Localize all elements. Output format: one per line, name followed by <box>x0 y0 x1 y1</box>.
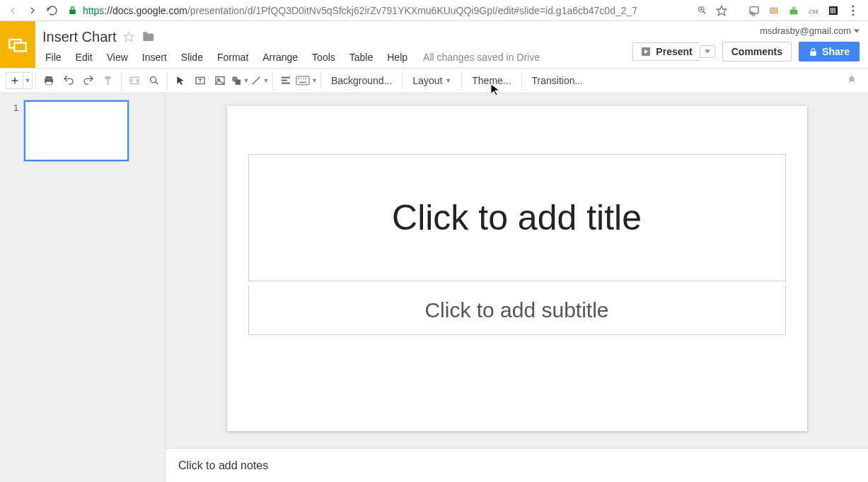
url-host: ://docs.google.com <box>104 5 187 16</box>
save-status: All changes saved in Drive <box>423 52 540 63</box>
account-email: msdrasby@gmail.com <box>760 25 851 36</box>
present-dropdown[interactable] <box>700 45 715 58</box>
extension-icon-1[interactable] <box>768 4 780 17</box>
browser-menu-icon[interactable] <box>847 4 860 17</box>
svg-marker-22 <box>705 50 710 54</box>
svg-marker-4 <box>717 6 726 15</box>
lock-icon <box>68 6 77 15</box>
zoom-button[interactable] <box>144 71 164 90</box>
svg-line-40 <box>252 77 260 85</box>
theme-button[interactable]: Theme... <box>465 71 518 90</box>
slide-subtitle-placeholder[interactable]: Click to add subtitle <box>248 286 786 335</box>
svg-rect-47 <box>303 78 304 80</box>
menu-table[interactable]: Table <box>342 49 380 66</box>
slides-logo[interactable] <box>0 21 35 68</box>
move-to-folder-icon[interactable] <box>141 30 154 43</box>
slide-canvas[interactable]: Click to add title Click to add subtitle <box>166 93 868 448</box>
background-button[interactable]: Background... <box>324 71 399 90</box>
menu-help[interactable]: Help <box>380 49 415 66</box>
browser-forward-button[interactable] <box>24 2 41 19</box>
slide-title-text: Click to add title <box>392 197 642 238</box>
menu-arrange[interactable]: Arrange <box>255 49 305 66</box>
undo-button[interactable] <box>59 71 79 90</box>
bookmark-star-icon[interactable] <box>715 4 728 17</box>
comments-button[interactable]: Comments <box>722 42 792 61</box>
redo-button[interactable] <box>79 71 98 90</box>
svg-line-1 <box>703 11 705 13</box>
slide-subtitle-text: Click to add subtitle <box>424 298 608 322</box>
zoom-icon[interactable] <box>695 4 708 17</box>
present-label: Present <box>656 46 692 57</box>
svg-point-31 <box>151 77 156 83</box>
browser-url[interactable]: https://docs.google.com/presentation/d/1… <box>83 5 693 16</box>
svg-rect-42 <box>282 80 287 81</box>
menu-view[interactable]: View <box>100 49 135 66</box>
menu-insert[interactable]: Insert <box>135 49 174 66</box>
svg-rect-5 <box>750 6 758 13</box>
svg-rect-8 <box>792 6 795 9</box>
svg-rect-29 <box>108 79 109 85</box>
url-scheme: https <box>83 5 104 16</box>
menu-edit[interactable]: Edit <box>69 49 100 66</box>
keyboard-button[interactable]: ▼ <box>296 71 318 90</box>
svg-rect-7 <box>790 9 798 14</box>
svg-rect-41 <box>282 77 290 78</box>
svg-rect-11 <box>833 8 833 13</box>
account-menu[interactable]: msdrasby@gmail.com <box>760 25 860 36</box>
toolbar: ▼ ▼ ▼ ▼ Background... Layout▼ Theme... T… <box>0 68 868 93</box>
hide-menus-button[interactable] <box>841 76 862 86</box>
svg-rect-45 <box>298 78 299 80</box>
svg-rect-10 <box>831 8 831 13</box>
star-icon[interactable] <box>123 31 134 42</box>
speaker-notes[interactable]: Click to add notes <box>166 448 868 482</box>
extension-css-icon[interactable]: css <box>807 4 820 17</box>
menu-file[interactable]: File <box>38 49 69 66</box>
slide-thumbnail-number: 1 <box>10 100 18 161</box>
image-button[interactable] <box>210 71 230 90</box>
print-button[interactable] <box>39 71 59 90</box>
present-button[interactable]: Present <box>632 42 699 61</box>
layout-button[interactable]: Layout▼ <box>405 71 458 90</box>
svg-rect-48 <box>305 78 306 80</box>
svg-point-13 <box>852 5 854 7</box>
cast-icon[interactable] <box>748 4 760 17</box>
svg-rect-25 <box>45 76 52 78</box>
browser-address-bar: https://docs.google.com/presentation/d/1… <box>0 0 868 21</box>
svg-rect-49 <box>299 82 306 83</box>
svg-rect-6 <box>770 8 778 13</box>
svg-rect-46 <box>301 78 302 80</box>
svg-rect-27 <box>46 81 52 85</box>
comments-label: Comments <box>731 46 782 57</box>
slide-title-placeholder[interactable]: Click to add title <box>248 154 786 281</box>
slide: Click to add title Click to add subtitle <box>227 106 807 431</box>
browser-back-button[interactable] <box>4 2 21 19</box>
share-button[interactable]: Share <box>799 42 860 61</box>
menu-tools[interactable]: Tools <box>305 49 342 66</box>
new-slide-button[interactable]: ▼ <box>6 72 33 89</box>
menu-format[interactable]: Format <box>210 49 255 66</box>
document-title[interactable]: Insert Chart <box>42 29 116 45</box>
slide-thumbnail-1[interactable] <box>24 100 129 161</box>
svg-marker-19 <box>854 29 860 33</box>
notes-placeholder: Click to add notes <box>178 459 268 472</box>
align-button[interactable] <box>276 71 296 90</box>
svg-line-32 <box>156 82 158 85</box>
transition-button[interactable]: Transition... <box>525 71 591 90</box>
zoom-fit-button[interactable] <box>125 71 144 90</box>
text-box-button[interactable] <box>190 71 210 90</box>
menu-slide[interactable]: Slide <box>174 49 210 66</box>
svg-rect-39 <box>235 80 240 85</box>
select-tool-button[interactable] <box>170 71 190 90</box>
extension-icon-2[interactable] <box>787 4 800 17</box>
line-button[interactable]: ▼ <box>250 71 270 90</box>
layout-label: Layout <box>412 75 442 86</box>
extension-icon-3[interactable] <box>827 4 840 17</box>
svg-rect-17 <box>14 43 25 52</box>
slide-thumbnail-panel: 1 <box>0 93 166 482</box>
paint-format-button[interactable] <box>98 71 118 90</box>
svg-marker-18 <box>125 32 134 41</box>
shape-button[interactable]: ▼ <box>230 71 250 90</box>
svg-point-15 <box>852 13 854 16</box>
browser-reload-button[interactable] <box>44 2 61 19</box>
svg-rect-28 <box>105 76 110 79</box>
